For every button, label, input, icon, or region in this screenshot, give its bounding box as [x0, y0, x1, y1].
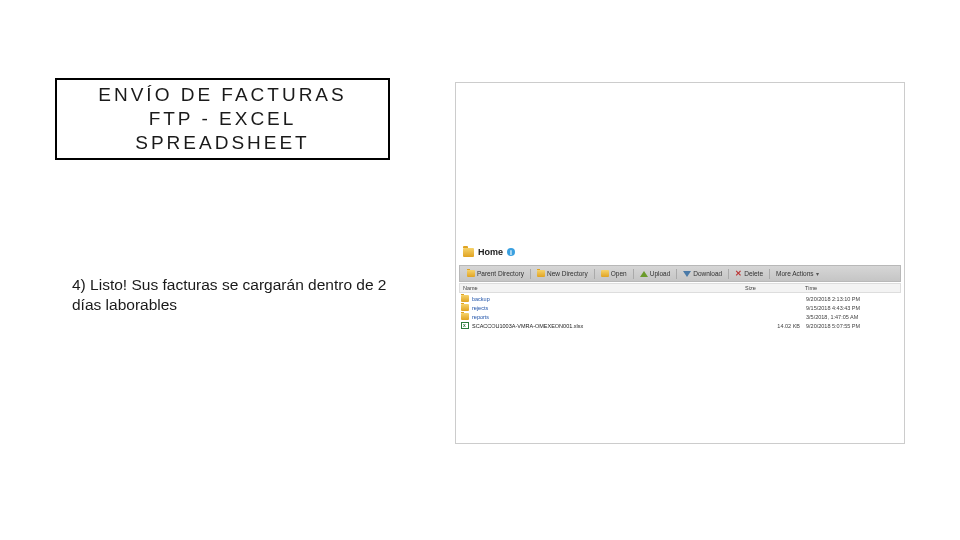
col-size: Size — [745, 285, 805, 291]
ftp-screenshot: Home i Parent Directory New Directory Op… — [455, 82, 905, 444]
file-list: backup 9/20/2018 2:13:10 PM rejects 9/15… — [459, 294, 901, 330]
upload-button[interactable]: Upload — [637, 270, 674, 277]
download-icon — [683, 271, 691, 277]
file-time: 9/15/2018 4:43:43 PM — [806, 305, 901, 311]
table-row[interactable]: reports 3/5/2018, 1:47:05 AM — [459, 312, 901, 321]
parent-directory-label: Parent Directory — [477, 270, 524, 277]
file-time: 9/20/2018 2:13:10 PM — [806, 296, 901, 302]
upload-icon — [640, 271, 648, 277]
more-actions-label: More Actions — [776, 270, 814, 277]
separator — [728, 269, 729, 279]
separator — [530, 269, 531, 279]
delete-icon: ✕ — [735, 270, 742, 278]
delete-label: Delete — [744, 270, 763, 277]
folder-icon — [461, 313, 469, 320]
open-button[interactable]: Open — [598, 270, 630, 277]
col-time: Time — [805, 285, 900, 291]
download-label: Download — [693, 270, 722, 277]
table-row[interactable]: rejects 9/15/2018 4:43:43 PM — [459, 303, 901, 312]
more-actions-button[interactable]: More Actions ▾ — [773, 270, 822, 277]
table-row[interactable]: backup 9/20/2018 2:13:10 PM — [459, 294, 901, 303]
parent-directory-button[interactable]: Parent Directory — [464, 270, 527, 277]
folder-icon — [461, 295, 469, 302]
slide-title: ENVÍO DE FACTURAS FTP - EXCEL SPREADSHEE… — [77, 83, 368, 154]
file-time: 9/20/2018 5:07:55 PM — [806, 323, 901, 329]
folder-up-icon — [467, 270, 475, 277]
file-size: 14.02 KB — [746, 323, 806, 329]
open-icon — [601, 270, 609, 277]
separator — [633, 269, 634, 279]
separator — [594, 269, 595, 279]
file-name: backup — [472, 296, 746, 302]
col-name: Name — [460, 285, 745, 291]
body-text: 4) Listo! Sus facturas se cargarán dentr… — [72, 275, 412, 315]
file-name: SCACCOU1003A-VMRA-OMEXEON001.xlsx — [472, 323, 746, 329]
separator — [676, 269, 677, 279]
file-name: reports — [472, 314, 746, 320]
new-directory-label: New Directory — [547, 270, 588, 277]
chevron-down-icon: ▾ — [816, 270, 819, 277]
table-header: Name Size Time — [459, 283, 901, 293]
toolbar: Parent Directory New Directory Open Uplo… — [459, 265, 901, 282]
excel-icon — [461, 322, 469, 329]
file-time: 3/5/2018, 1:47:05 AM — [806, 314, 901, 320]
breadcrumb-home: Home i — [463, 247, 515, 257]
open-label: Open — [611, 270, 627, 277]
new-folder-icon — [537, 270, 545, 277]
info-icon: i — [507, 248, 515, 256]
folder-icon — [463, 248, 474, 257]
delete-button[interactable]: ✕ Delete — [732, 270, 766, 278]
title-box: ENVÍO DE FACTURAS FTP - EXCEL SPREADSHEE… — [55, 78, 390, 160]
table-row[interactable]: SCACCOU1003A-VMRA-OMEXEON001.xlsx 14.02 … — [459, 321, 901, 330]
file-name: rejects — [472, 305, 746, 311]
separator — [769, 269, 770, 279]
download-button[interactable]: Download — [680, 270, 725, 277]
folder-icon — [461, 304, 469, 311]
home-label: Home — [478, 247, 503, 257]
upload-label: Upload — [650, 270, 671, 277]
new-directory-button[interactable]: New Directory — [534, 270, 591, 277]
